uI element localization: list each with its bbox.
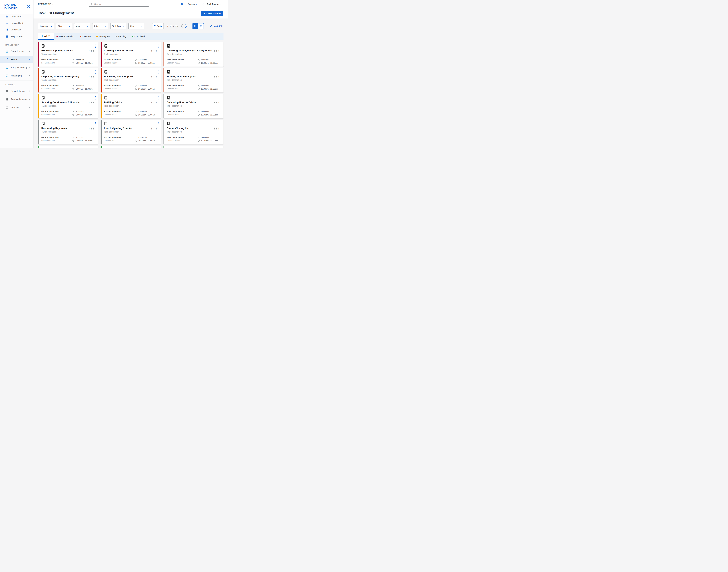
- tab-overdue[interactable]: Overdue: [77, 33, 94, 40]
- chevron-right-icon: [28, 74, 31, 77]
- task-card[interactable]: [38, 146, 98, 148]
- task-role: Associate: [76, 111, 84, 113]
- status-tab-bar: All (1) Needs Attention Overdue In Progr…: [38, 33, 223, 40]
- sidebar-item-temp-monitoring[interactable]: Temp Monitoring: [0, 64, 33, 71]
- sidebar-item-label: Recipe Cards: [11, 22, 24, 24]
- task-role-row: Associate: [135, 136, 158, 139]
- task-time-row: 10.00am - 11.00am: [135, 114, 158, 116]
- chevron-right-icon: [28, 90, 31, 92]
- chevron-down-icon: [141, 26, 143, 27]
- task-area: Back of the House: [167, 136, 184, 139]
- task-card[interactable]: Lunch Opening Checks !!! Task descriptio…: [101, 120, 161, 144]
- task-meta: Back of the House Location #1233 Associa…: [104, 109, 158, 116]
- sidebar-item-dashboard[interactable]: Dashboard: [0, 14, 33, 18]
- search-input[interactable]: [94, 3, 147, 5]
- card-menu-kebab-icon[interactable]: [220, 122, 222, 126]
- task-location: Location #1233: [167, 140, 184, 142]
- priority-high-icon: !!!: [88, 127, 95, 131]
- card-menu-kebab-icon[interactable]: [157, 96, 159, 100]
- task-card[interactable]: [101, 146, 161, 148]
- foods-utensils-icon: [5, 58, 9, 61]
- language-selector[interactable]: English: [188, 3, 197, 5]
- task-card[interactable]: Training New Employees !!! Task descript…: [163, 68, 223, 92]
- thermometer-icon: [5, 66, 9, 69]
- user-menu[interactable]: Zack Downs: [202, 2, 221, 6]
- time-filter-dropdown[interactable]: Time: [56, 23, 72, 29]
- card-menu-kebab-icon[interactable]: [220, 70, 222, 74]
- card-menu-kebab-icon[interactable]: [220, 96, 222, 100]
- sidebar-item-organization[interactable]: Organization: [0, 48, 33, 55]
- task-type-filter-dropdown[interactable]: Task Type: [111, 23, 126, 29]
- pagination-range: 1 - 20 of 284: [167, 25, 178, 27]
- pagination-prev-icon[interactable]: [181, 24, 183, 28]
- task-card[interactable]: Refilling Drinks !!! Task description Ba…: [101, 94, 161, 119]
- task-meta: Back of the House Location #1233 Associa…: [41, 109, 95, 116]
- search-box[interactable]: [89, 2, 149, 7]
- location-filter-dropdown[interactable]: Location: [38, 23, 54, 29]
- task-description: Task description: [104, 105, 158, 107]
- clock-icon: [135, 114, 137, 116]
- clock-icon: [72, 88, 75, 90]
- task-card[interactable]: Delivering Food & Drinks !!! Task descri…: [163, 94, 223, 119]
- task-location: Location #1233: [167, 88, 184, 90]
- tab-needs-attention[interactable]: Needs Attention: [54, 33, 77, 40]
- sort-dropdown[interactable]: Sort: [152, 23, 164, 29]
- task-role-row: Associate: [198, 59, 221, 61]
- area-filter-dropdown[interactable]: Area: [74, 23, 90, 29]
- role-filter-dropdown[interactable]: Role: [128, 23, 144, 29]
- tab-all[interactable]: All (1): [38, 33, 54, 40]
- card-menu-kebab-icon[interactable]: [157, 148, 159, 148]
- task-title: Training New Employees: [167, 75, 221, 78]
- task-card[interactable]: Breakfast Opening Checks !!! Task descri…: [38, 42, 98, 67]
- sidebar-item-app-marketplace[interactable]: App Marketplace: [0, 96, 33, 102]
- dropdown-label: Location: [40, 25, 51, 27]
- grid-view-button[interactable]: [193, 23, 198, 29]
- pagination-next-icon[interactable]: [185, 24, 187, 28]
- card-menu-kebab-icon[interactable]: [95, 96, 96, 100]
- sidebar-item-prep-n-print[interactable]: Prep N’ Print: [0, 34, 33, 39]
- task-card[interactable]: Processing Payments !!! Task description…: [38, 120, 98, 144]
- sidebar-item-digitalkitchen-settings[interactable]: DigitalKitchen: [0, 88, 33, 94]
- sidebar-item-checklists[interactable]: Checklists: [0, 27, 33, 32]
- tab-in-progress[interactable]: In Progress: [93, 33, 113, 40]
- content-area: Location Time Area Priority Task Type Ro…: [33, 18, 228, 148]
- close-icon[interactable]: [27, 5, 30, 8]
- sidebar-item-recipe-cards[interactable]: Recipe Cards: [0, 21, 33, 25]
- card-menu-kebab-icon[interactable]: [95, 70, 96, 74]
- card-menu-kebab-icon[interactable]: [95, 44, 96, 48]
- task-time: 10.00am - 11.00am: [201, 140, 218, 142]
- sidebar-item-foods[interactable]: Foods: [0, 56, 33, 63]
- add-new-task-list-button[interactable]: Add New Task List: [201, 11, 223, 16]
- tab-pending[interactable]: Pending: [113, 33, 129, 40]
- tab-completed[interactable]: Completed: [129, 33, 148, 40]
- card-menu-kebab-icon[interactable]: [220, 148, 222, 148]
- calendar-view-button[interactable]: [198, 23, 204, 29]
- priority-filter-dropdown[interactable]: Priority: [92, 23, 108, 29]
- task-meta: Back of the House Location #1233 Associa…: [104, 135, 158, 142]
- task-card[interactable]: Disposing of Waste & Recycling !!! Task …: [38, 68, 98, 92]
- task-card[interactable]: [163, 146, 223, 148]
- task-checklist-icon: [104, 44, 107, 48]
- task-checklist-icon: [41, 70, 45, 74]
- sidebar-item-label: Temp Monitoring: [11, 66, 28, 69]
- task-meta: Back of the House Location #1233 Associa…: [167, 109, 221, 116]
- notification-bell-icon[interactable]: [180, 2, 184, 6]
- sidebar-item-messaging[interactable]: Messaging: [0, 72, 33, 79]
- task-meta-right: Associate 10.00am - 11.00am: [198, 84, 221, 90]
- person-icon: [198, 84, 200, 87]
- task-card[interactable]: Checking Food Quality & Expiry Dates !!!…: [163, 42, 223, 67]
- sidebar-item-support[interactable]: ? Support: [0, 104, 33, 111]
- card-menu-kebab-icon[interactable]: [157, 70, 159, 74]
- card-menu-kebab-icon[interactable]: [95, 122, 96, 126]
- card-menu-kebab-icon[interactable]: [95, 148, 96, 148]
- task-card[interactable]: Cooking & Plating Dishes !!! Task descri…: [101, 42, 161, 67]
- task-card[interactable]: Stocking Condiments & Utensils !!! Task …: [38, 94, 98, 119]
- task-checklist-icon: [41, 96, 45, 99]
- multi-edit-button[interactable]: Multi-Edit: [210, 25, 223, 28]
- card-menu-kebab-icon[interactable]: [220, 44, 222, 48]
- task-card[interactable]: Reviewing Sales Reports !!! Task descrip…: [101, 68, 161, 92]
- task-time-row: 10.00am - 11.00am: [198, 62, 221, 64]
- card-menu-kebab-icon[interactable]: [157, 44, 159, 48]
- task-card[interactable]: Dinner Closing List !!! Task description…: [163, 120, 223, 144]
- card-menu-kebab-icon[interactable]: [157, 122, 159, 126]
